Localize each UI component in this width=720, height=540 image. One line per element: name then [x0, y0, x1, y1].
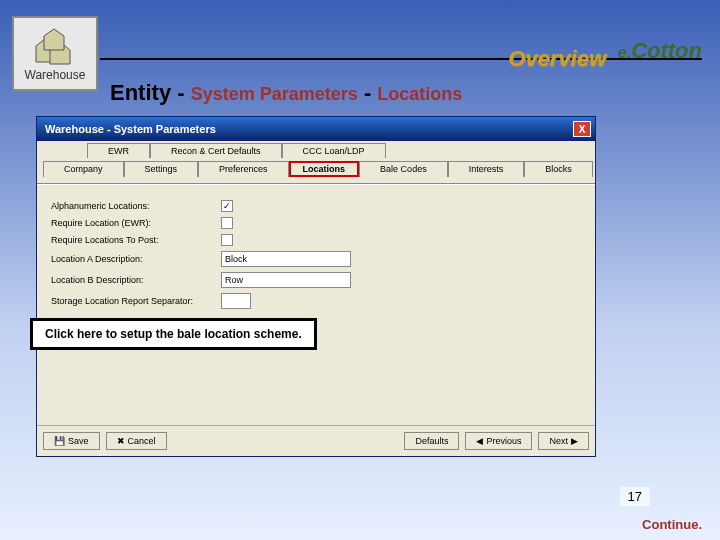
- tab-balecodes[interactable]: Bale Codes: [359, 161, 448, 177]
- ecotton-logo: e.Cotton: [618, 38, 702, 64]
- require-ewr-checkbox[interactable]: [221, 217, 233, 229]
- logo-e: e.: [618, 44, 631, 61]
- locA-label: Location A Description:: [51, 254, 221, 264]
- alpha-locations-checkbox[interactable]: ✓: [221, 200, 233, 212]
- tab-preferences[interactable]: Preferences: [198, 161, 289, 177]
- next-button[interactable]: Next▶: [538, 432, 589, 450]
- tab-interests[interactable]: Interests: [448, 161, 525, 177]
- header-divider: [100, 58, 702, 60]
- window-title: Warehouse - System Parameters: [41, 123, 573, 135]
- system-parameters-window: Warehouse - System Parameters X EWR Reco…: [36, 116, 596, 457]
- button-bar: 💾Save ✖Cancel Defaults ◀Previous Next▶: [37, 425, 595, 456]
- logo-cotton: Cotton: [631, 38, 702, 63]
- window-titlebar[interactable]: Warehouse - System Parameters X: [37, 117, 595, 141]
- tab-ewr[interactable]: EWR: [87, 143, 150, 158]
- next-icon: ▶: [571, 436, 578, 446]
- overview-label: Overview: [508, 46, 606, 72]
- page-number: 17: [620, 487, 650, 506]
- require-post-label: Require Locations To Post:: [51, 235, 221, 245]
- tab-company[interactable]: Company: [43, 161, 124, 177]
- prev-icon: ◀: [476, 436, 483, 446]
- title-systemparams: System Parameters: [191, 84, 358, 104]
- tab-locations[interactable]: Locations: [289, 161, 360, 177]
- locB-input[interactable]: [221, 272, 351, 288]
- close-button[interactable]: X: [573, 121, 591, 137]
- cancel-icon: ✖: [117, 436, 125, 446]
- warehouse-icon: [30, 26, 80, 66]
- locA-input[interactable]: [221, 251, 351, 267]
- tab-blocks[interactable]: Blocks: [524, 161, 593, 177]
- svg-marker-2: [44, 29, 64, 50]
- instruction-callout: Click here to setup the bale location sc…: [30, 318, 317, 350]
- warehouse-icon-box: Warehouse: [12, 16, 98, 91]
- require-post-checkbox[interactable]: [221, 234, 233, 246]
- tab-recon[interactable]: Recon & Cert Defaults: [150, 143, 282, 158]
- save-icon: 💾: [54, 436, 65, 446]
- separator-input[interactable]: [221, 293, 251, 309]
- tab-settings[interactable]: Settings: [124, 161, 199, 177]
- locB-label: Location B Description:: [51, 275, 221, 285]
- warehouse-label: Warehouse: [25, 68, 86, 82]
- title-locations: Locations: [377, 84, 462, 104]
- alpha-locations-label: Alphanumeric Locations:: [51, 201, 221, 211]
- continue-link[interactable]: Continue.: [642, 517, 702, 532]
- title-entity: Entity: [110, 80, 171, 105]
- tab-strip: EWR Recon & Cert Defaults CCC Loan/LDP C…: [37, 141, 595, 183]
- tab-ccc[interactable]: CCC Loan/LDP: [282, 143, 386, 158]
- previous-button[interactable]: ◀Previous: [465, 432, 532, 450]
- defaults-button[interactable]: Defaults: [404, 432, 459, 450]
- save-button[interactable]: 💾Save: [43, 432, 100, 450]
- cancel-button[interactable]: ✖Cancel: [106, 432, 167, 450]
- separator-label: Storage Location Report Separator:: [51, 296, 221, 306]
- page-title: Entity - System Parameters - Locations: [110, 80, 462, 106]
- require-ewr-label: Require Location (EWR):: [51, 218, 221, 228]
